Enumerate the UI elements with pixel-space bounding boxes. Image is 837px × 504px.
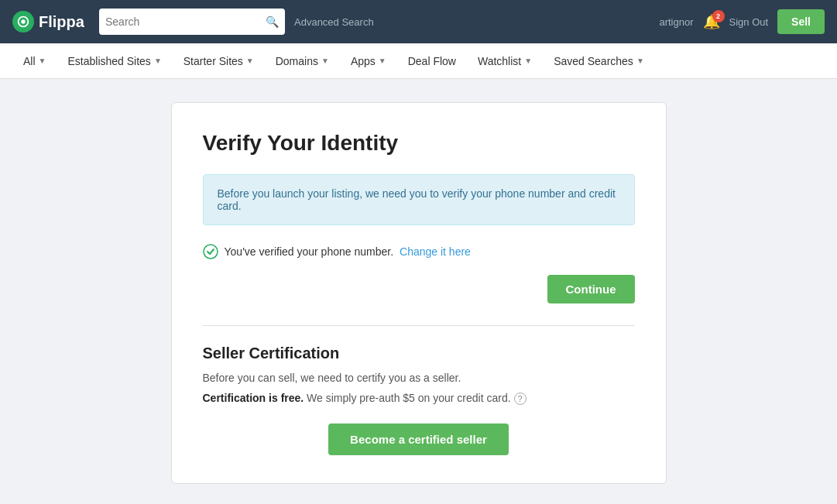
seller-cert-desc: Before you can sell, we need to certify … bbox=[203, 372, 635, 384]
cert-note-bold: Certification is free. bbox=[203, 392, 304, 404]
phone-verified-text: You've verified your phone number. bbox=[225, 245, 394, 258]
logo-text: Flippa bbox=[39, 13, 84, 31]
page-title: Verify Your Identity bbox=[203, 131, 635, 156]
info-message: Before you launch your listing, we need … bbox=[218, 187, 616, 212]
nav-item-all[interactable]: All ▼ bbox=[12, 43, 57, 79]
chevron-down-icon: ▼ bbox=[524, 57, 532, 65]
main-nav: All ▼ Established Sites ▼ Starter Sites … bbox=[0, 43, 837, 79]
nav-item-deal-flow[interactable]: Deal Flow bbox=[397, 43, 467, 79]
notification-badge: 2 bbox=[712, 10, 725, 22]
logo[interactable]: Flippa bbox=[12, 11, 90, 33]
change-phone-link[interactable]: Change it here bbox=[400, 245, 471, 258]
chevron-down-icon: ▼ bbox=[321, 57, 329, 65]
chevron-down-icon: ▼ bbox=[246, 57, 254, 65]
cert-note-rest: We simply pre-auth $5 on your credit car… bbox=[304, 392, 510, 404]
username-label: artignor bbox=[659, 16, 693, 28]
advanced-search-link[interactable]: Advanced Search bbox=[294, 16, 374, 28]
sell-button[interactable]: Sell bbox=[777, 9, 825, 34]
verify-identity-card: Verify Your Identity Before you launch y… bbox=[171, 102, 667, 484]
seller-cert-title: Seller Certification bbox=[203, 345, 635, 362]
nav-item-domains[interactable]: Domains ▼ bbox=[265, 43, 340, 79]
search-bar: 🔍 bbox=[99, 9, 285, 35]
search-input[interactable] bbox=[105, 15, 261, 28]
header: Flippa 🔍 Advanced Search artignor 🔔 2 Si… bbox=[0, 0, 837, 43]
search-submit-button[interactable]: 🔍 bbox=[266, 15, 279, 28]
nav-item-saved-searches[interactable]: Saved Searches ▼ bbox=[543, 43, 655, 79]
continue-button[interactable]: Continue bbox=[547, 275, 635, 303]
section-divider bbox=[203, 325, 635, 326]
phone-verified-row: You've verified your phone number. Chang… bbox=[203, 244, 635, 259]
help-icon[interactable]: ? bbox=[514, 393, 527, 405]
header-right: artignor 🔔 2 Sign Out Sell bbox=[659, 9, 825, 34]
notification-button[interactable]: 🔔 2 bbox=[703, 13, 720, 30]
become-certified-button[interactable]: Become a certified seller bbox=[328, 423, 509, 455]
nav-item-established-sites[interactable]: Established Sites ▼ bbox=[57, 43, 172, 79]
chevron-down-icon: ▼ bbox=[154, 57, 162, 65]
chevron-down-icon: ▼ bbox=[39, 57, 46, 65]
chevron-down-icon: ▼ bbox=[636, 57, 644, 65]
info-box: Before you launch your listing, we need … bbox=[203, 174, 635, 225]
sign-out-button[interactable]: Sign Out bbox=[729, 16, 769, 28]
main-content: Verify Your Identity Before you launch y… bbox=[0, 79, 837, 504]
cert-note: Certification is free. We simply pre-aut… bbox=[203, 392, 635, 405]
nav-item-apps[interactable]: Apps ▼ bbox=[340, 43, 397, 79]
continue-row: Continue bbox=[203, 275, 635, 303]
logo-icon bbox=[12, 11, 34, 33]
svg-point-0 bbox=[21, 19, 25, 23]
check-icon bbox=[203, 244, 218, 259]
nav-item-starter-sites[interactable]: Starter Sites ▼ bbox=[173, 43, 265, 79]
nav-item-watchlist[interactable]: Watchlist ▼ bbox=[467, 43, 543, 79]
svg-point-1 bbox=[204, 245, 218, 259]
chevron-down-icon: ▼ bbox=[379, 57, 386, 65]
